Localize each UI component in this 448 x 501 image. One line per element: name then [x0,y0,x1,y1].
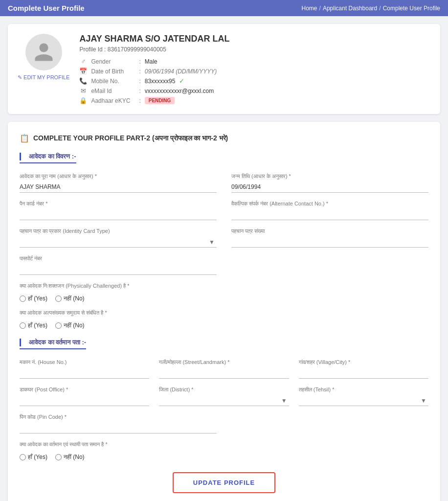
profile-info: AJAY SHARMA S/O JATENDAR LAL Profile Id … [79,34,430,104]
profile-id: Profile Id : 836170999999040005 [79,46,430,53]
minority-no-radio[interactable] [55,322,62,329]
form-section-title: 📋 COMPLETE YOUR PROFILE PART-2 (अपना प्र… [20,134,428,143]
house-no-group: मकान नं. (House No.) [20,359,149,379]
same-address-yes-radio[interactable] [20,454,26,460]
minority-radio-group: हाँ (Yes) नहीं (No) [20,322,428,329]
same-address-no-option[interactable]: नहीं (No) [55,454,85,460]
physically-challenged-yes-radio[interactable] [20,296,26,302]
phone-icon: 📞 [79,77,87,85]
same-address-group: क्या आवेदक का वर्तमान एवं स्थायी पता समा… [20,441,428,460]
house-no-input[interactable] [20,367,149,379]
same-address-radio-group: हाँ (Yes) नहीं (No) [20,454,428,460]
street-input[interactable] [159,367,289,379]
village-group: गांव/शहर (Village/City) * [299,359,428,379]
edit-profile-link[interactable]: ✎ EDIT MY PROFILE [18,74,69,81]
user-avatar-icon [33,41,55,63]
placeholder-group [231,255,428,275]
page-header: Complete User Profile Home / Applicant D… [0,0,448,16]
pan-group: पैन कार्ड नंबर * [20,201,217,220]
avatar-section: ✎ EDIT MY PROFILE [18,34,69,81]
id-type-group: पहचान पत्र का प्रकार (Identity Card Type… [20,228,217,248]
alt-contact-input[interactable] [231,209,428,220]
physically-challenged-label: क्या आवेदक निःशक्तजन (Physically Challen… [20,283,428,289]
applicant-section-title: आवेदक का विवरण :- [20,153,76,163]
same-address-no-radio[interactable] [55,454,62,460]
id-number-input[interactable] [231,236,428,248]
id-number-label: पहचान पत्र संख्या [231,228,428,234]
form-card: 📋 COMPLETE YOUR PROFILE PART-2 (अपना प्र… [8,122,440,501]
pincode-group: पिन कोड (Pin Code) * [20,414,217,433]
pincode-input[interactable] [20,422,217,433]
address-grid-row3: पिन कोड (Pin Code) * [20,414,428,433]
district-select[interactable] [159,395,289,406]
profile-name: AJAY SHARMA S/O JATENDAR LAL [79,34,430,44]
pan-input[interactable] [20,209,217,220]
address-grid-row2: डाकघर (Post Office) * जिला (District) * … [20,387,428,406]
street-group: गली/मोहल्ला (Street/Landmark) * [159,359,289,379]
physically-challenged-yes-option[interactable]: हाँ (Yes) [20,295,47,302]
post-office-input[interactable] [20,395,149,406]
minority-label: क्या आवेदक अल्पसंख्यक समुदाय से संबंधित … [20,310,428,316]
minority-yes-radio[interactable] [20,322,26,329]
pan-label: पैन कार्ड नंबर * [20,201,217,207]
avatar [25,34,62,70]
same-address-label: क्या आवेदक का वर्तमान एवं स्थायी पता समा… [20,441,428,448]
main-content: ✎ EDIT MY PROFILE AJAY SHARMA S/O JATEND… [0,16,448,501]
physically-challenged-no-option[interactable]: नहीं (No) [55,295,85,302]
dob-row: 📅 Date of Birth : 09/06/1994 (DD/MM/YYYY… [79,68,430,75]
mobile-row: 📞 Mobile No. : 83xxxxxx95 ✓ [79,77,430,85]
id-type-select-wrapper: Voter ID Driving License Ration Card ▼ [20,236,217,248]
tehsil-select-wrapper: ▼ [299,395,428,406]
email-row: ✉ eMail Id : vxxxxxxxxxxxr@gxxxl.com [79,87,430,94]
passport-label: पासपोर्ट नंबर [20,255,217,262]
alt-contact-group: वैकल्पिक संपर्क नंबर (Alternate Contact … [231,201,428,220]
breadcrumb-dashboard[interactable]: Applicant Dashboard [323,5,377,12]
blue-separator-1 [20,153,21,160]
village-input[interactable] [299,367,428,379]
id-number-group: पहचान पत्र संख्या [231,228,428,248]
tehsil-label: तहसील (Tehsil) * [299,387,428,393]
profile-details: ♂ Gender : Male 📅 Date of Birth : 09/06/… [79,58,430,104]
email-icon: ✉ [79,87,87,94]
gender-row: ♂ Gender : Male [79,58,430,65]
form-grid-row1: आवेदक का पूरा नाम (आधार के अनुसार) * जन्… [20,173,428,193]
calendar-icon: 📅 [79,68,87,75]
page-title: Complete User Profile [8,4,85,12]
same-address-yes-option[interactable]: हाँ (Yes) [20,454,47,460]
physically-challenged-group: क्या आवेदक निःशक्तजन (Physically Challen… [20,283,428,302]
district-label: जिला (District) * [159,387,289,393]
tehsil-select[interactable] [299,395,428,406]
pincode-label: पिन कोड (Pin Code) * [20,414,217,420]
form-icon: 📋 [20,134,29,143]
minority-yes-option[interactable]: हाँ (Yes) [20,322,47,329]
gender-icon: ♂ [79,58,87,65]
verified-check-icon: ✓ [179,77,184,85]
address-grid-row1: मकान नं. (House No.) गली/मोहल्ला (Street… [20,359,428,379]
update-profile-button[interactable]: UPDATE PROFILE [173,472,275,493]
id-type-select[interactable]: Voter ID Driving License Ration Card [20,236,217,248]
full-name-group: आवेदक का पूरा नाम (आधार के अनुसार) * [20,173,217,193]
breadcrumb-home[interactable]: Home [302,5,317,12]
blue-separator-2 [20,339,21,346]
physically-challenged-no-radio[interactable] [55,296,62,302]
dob-input[interactable] [231,182,428,193]
lock-icon: 🔒 [79,97,87,104]
post-office-group: डाकघर (Post Office) * [20,387,149,406]
passport-input[interactable] [20,264,217,275]
village-label: गांव/शहर (Village/City) * [299,359,428,365]
physically-challenged-radio-group: हाँ (Yes) नहीं (No) [20,295,428,302]
post-office-label: डाकघर (Post Office) * [20,387,149,393]
passport-group: पासपोर्ट नंबर [20,255,217,275]
full-name-label: आवेदक का पूरा नाम (आधार के अनुसार) * [20,173,217,180]
aadhaar-status-badge: PENDING [145,97,175,104]
minority-no-option[interactable]: नहीं (No) [55,322,85,329]
breadcrumb-sep-2: / [379,5,381,12]
street-label: गली/मोहल्ला (Street/Landmark) * [159,359,289,365]
dob-form-label: जन्म तिथि (आधार के अनुसार) * [231,173,428,180]
pincode-placeholder [231,414,428,433]
full-name-input[interactable] [20,182,217,193]
id-type-label: पहचान पत्र का प्रकार (Identity Card Type… [20,228,217,234]
dob-group: जन्म तिथि (आधार के अनुसार) * [231,173,428,193]
breadcrumb-sep-1: / [319,5,321,12]
alt-contact-label: वैकल्पिक संपर्क नंबर (Alternate Contact … [231,201,428,207]
